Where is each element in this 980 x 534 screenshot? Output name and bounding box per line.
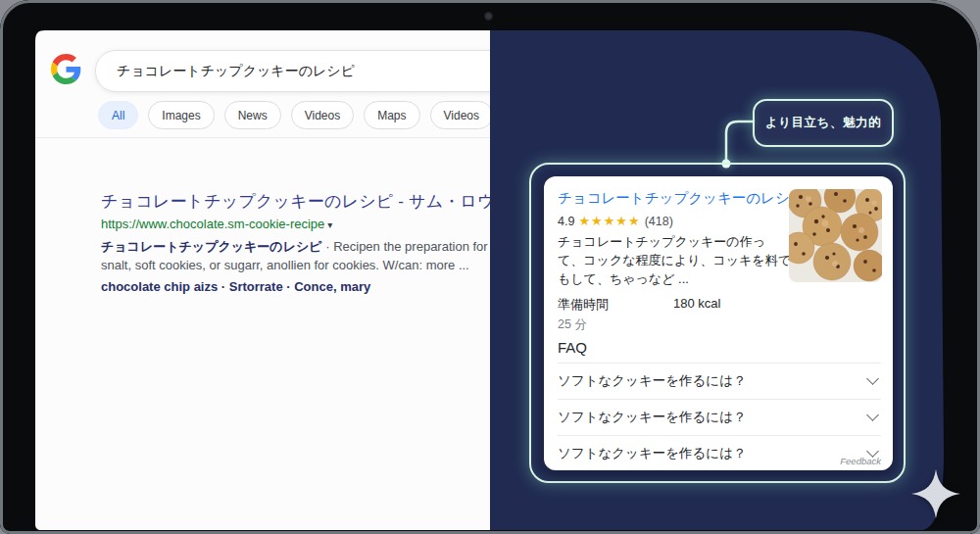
search-query-text: チョコレートチップクッキーのレシピ (96, 63, 355, 80)
rich-card-glow-frame: チョコレートチップクッキーのレシピ 4.9 ★★★★★ (418) チョコレート… (529, 163, 906, 483)
rating-value: 4.9 (558, 215, 574, 228)
result-url[interactable]: https://www.chocolate.sm-cookie-recipe▾ (101, 217, 490, 231)
result-snippet: チョコレートチップクッキーのレシピ · Recipen the preparat… (101, 237, 490, 274)
faq-question: ソフトなクッキーを作るには？ (558, 445, 746, 462)
rich-result-card: チョコレートチップクッキーのレシピ 4.9 ★★★★★ (418) チョコレート… (544, 176, 893, 470)
chevron-down-icon[interactable] (866, 372, 879, 385)
search-tab-videos-2[interactable]: Videos (430, 101, 490, 129)
snippet-lead: チョコレートチップクッキーのレシピ (101, 239, 322, 254)
url-dropdown-arrow-icon[interactable]: ▾ (327, 219, 332, 230)
result-title-link[interactable]: チョコレートチップクッキーのレシピ - サム・ロウズ (101, 190, 490, 213)
chevron-down-icon[interactable] (866, 409, 879, 421)
search-tabs: All Images News Videos Maps Videos Mappi (98, 101, 490, 129)
sparkle-icon (911, 469, 960, 518)
faq-question: ソフトなクッキーを作るには？ (558, 372, 746, 390)
search-tab-videos[interactable]: Videos (291, 101, 354, 129)
search-tab-images[interactable]: Images (148, 101, 214, 129)
faq-question: ソフトなクッキーを作るには？ (558, 409, 746, 426)
faq-item-3[interactable]: ソフトなクッキーを作るには？ (558, 436, 881, 470)
search-input[interactable]: チョコレートチップクッキーのレシピ (95, 50, 490, 92)
search-tab-news[interactable]: News (224, 101, 281, 129)
faq-item-1[interactable]: ソフトなクッキーを作るには？ (558, 364, 881, 400)
card-title-link[interactable]: チョコレートチップクッキーのレシピ (558, 189, 795, 208)
webcam-icon (484, 12, 493, 21)
faq-heading: FAQ (558, 339, 881, 356)
feedback-link[interactable]: Feedback (840, 456, 881, 466)
recipe-image[interactable] (789, 189, 882, 282)
prep-time-label: 準備時間 (558, 296, 673, 314)
result-sitelinks[interactable]: chocolate chip aizs · Srtorrate · Conce,… (101, 279, 490, 294)
review-count: (418) (645, 215, 673, 228)
device-screen: チョコレートチップクッキーのレシピ All Images News Videos… (0, 0, 980, 534)
card-description: チョコレートチップクッキーの作って、コックな程度により、コッキを料でもして、ちゃ… (558, 232, 791, 288)
search-result: チョコレートチップクッキーのレシピ - サム・ロウズ https://www.c… (101, 190, 490, 294)
tabs-divider (35, 137, 490, 138)
serp-page: チョコレートチップクッキーのレシピ All Images News Videos… (0, 0, 490, 534)
callout-bubble: より目立ち、魅力的 (753, 99, 894, 147)
recipe-meta: 準備時間 25 分 180 kcal (558, 296, 881, 333)
result-url-text: https://www.chocolate.sm-cookie-recipe (101, 217, 324, 231)
google-logo-icon (51, 54, 81, 84)
search-tab-all[interactable]: All (98, 101, 138, 129)
calories-value: 180 kcal (673, 296, 720, 333)
rich-result-panel: より目立ち、魅力的 チョコレートチップクッキーのレシピ 4.9 ★★★★★ (4… (490, 0, 980, 534)
star-rating-icon: ★★★★★ (578, 214, 640, 228)
prep-time-value: 25 分 (558, 316, 673, 333)
search-tab-maps[interactable]: Maps (364, 101, 419, 129)
device-frame: チョコレートチップクッキーのレシピ All Images News Videos… (0, 0, 980, 534)
faq-item-2[interactable]: ソフトなクッキーを作るには？ (558, 400, 881, 436)
